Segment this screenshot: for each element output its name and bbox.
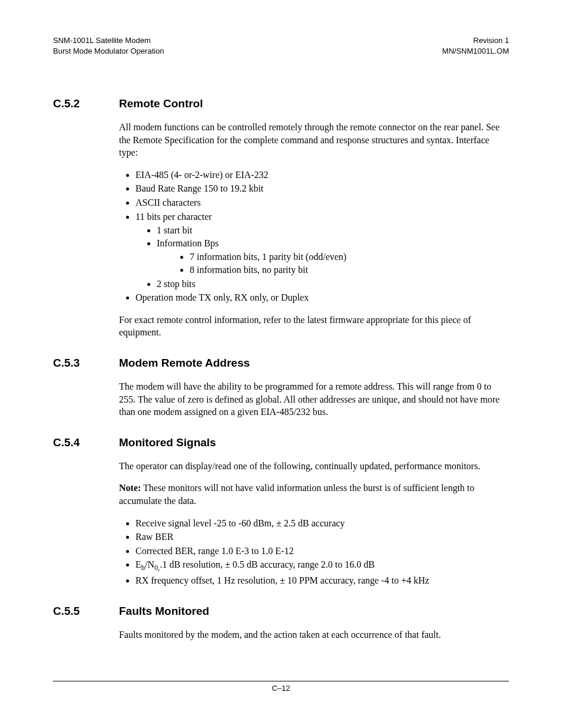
n0-subscript: 0, <box>154 564 160 572</box>
paragraph: For exact remote control information, re… <box>119 314 509 339</box>
paragraph: All modem functions can be controlled re… <box>119 121 509 159</box>
header-right-line-2: MN/SNM1001L.OM <box>442 46 509 57</box>
list-item: Baud Rate Range 150 to 19.2 kbit <box>135 182 509 195</box>
header-right: Revision 1 MN/SNM1001L.OM <box>442 35 509 56</box>
list-item: 11 bits per character 1 start bit Inform… <box>135 210 509 291</box>
list-item: RX frequency offset, 1 Hz resolution, ± … <box>135 574 509 587</box>
footer-rule <box>53 681 509 681</box>
note-text: These monitors will not have valid infor… <box>119 483 474 506</box>
paragraph: Faults monitored by the modem, and the a… <box>119 628 509 641</box>
list-item: Operation mode TX only, RX only, or Dupl… <box>135 291 509 304</box>
list-item-text: 11 bits per character <box>135 212 212 222</box>
list-item: 7 information bits, 1 parity bit (odd/ev… <box>190 251 509 263</box>
list-item: Eb/N0,.1 dB resolution, ± 0.5 dB accurac… <box>135 558 509 573</box>
running-header: SNM-1001L Satellite Modem Burst Mode Mod… <box>53 35 509 56</box>
section-title: Monitored Signals <box>119 436 216 449</box>
header-left-line-2: Burst Mode Modulator Operation <box>53 46 164 57</box>
list-item: Information Bps 7 information bits, 1 pa… <box>157 237 509 276</box>
section-number: C.5.4 <box>53 436 119 449</box>
list-item: Corrected BER, range 1.0 E-3 to 1.0 E-12 <box>135 545 509 558</box>
list-item: 8 information bits, no parity bit <box>190 263 509 276</box>
paragraph: The operator can display/read one of the… <box>119 460 509 473</box>
section-modem-remote-address: C.5.3 Modem Remote Address The modem wil… <box>53 357 509 419</box>
header-right-line-1: Revision 1 <box>442 35 509 46</box>
section-title: Faults Monitored <box>119 605 209 618</box>
bullet-list: 7 information bits, 1 parity bit (odd/ev… <box>157 251 509 276</box>
list-item: 2 stop bits <box>157 278 509 291</box>
paragraph: The modem will have the ability to be pr… <box>119 380 509 419</box>
header-left-line-1: SNM-1001L Satellite Modem <box>53 35 164 46</box>
section-number: C.5.3 <box>53 357 119 370</box>
page-number: C–12 <box>53 684 509 693</box>
section-remote-control: C.5.2 Remote Control All modem functions… <box>53 97 509 339</box>
eb-n0-suffix: .1 dB resolution, ± 0.5 dB accuracy, ran… <box>160 559 375 569</box>
section-number: C.5.2 <box>53 97 119 110</box>
list-item: 1 start bit <box>157 224 509 237</box>
section-title: Modem Remote Address <box>119 357 250 370</box>
list-item: Receive signal level -25 to -60 dBm, ± 2… <box>135 517 509 530</box>
list-item: EIA-485 (4- or-2-wire) or EIA-232 <box>135 169 509 182</box>
bullet-list: 1 start bit Information Bps 7 informatio… <box>135 224 509 290</box>
note-label: Note: <box>119 483 141 493</box>
list-item-text: Information Bps <box>157 238 219 248</box>
page: SNM-1001L Satellite Modem Burst Mode Mod… <box>0 0 562 728</box>
note-paragraph: Note: These monitors will not have valid… <box>119 482 509 507</box>
page-footer: C–12 <box>53 681 509 693</box>
eb-n0-prefix: E <box>135 559 141 569</box>
section-number: C.5.5 <box>53 605 119 618</box>
list-item: Raw BER <box>135 531 509 543</box>
eb-n0-mid: /N <box>145 559 154 569</box>
section-faults-monitored: C.5.5 Faults Monitored Faults monitored … <box>53 605 509 641</box>
bullet-list: Receive signal level -25 to -60 dBm, ± 2… <box>119 517 509 587</box>
header-left: SNM-1001L Satellite Modem Burst Mode Mod… <box>53 35 164 56</box>
list-item: ASCII characters <box>135 196 509 209</box>
section-monitored-signals: C.5.4 Monitored Signals The operator can… <box>53 436 509 587</box>
bullet-list: EIA-485 (4- or-2-wire) or EIA-232 Baud R… <box>119 169 509 304</box>
section-title: Remote Control <box>119 97 203 110</box>
